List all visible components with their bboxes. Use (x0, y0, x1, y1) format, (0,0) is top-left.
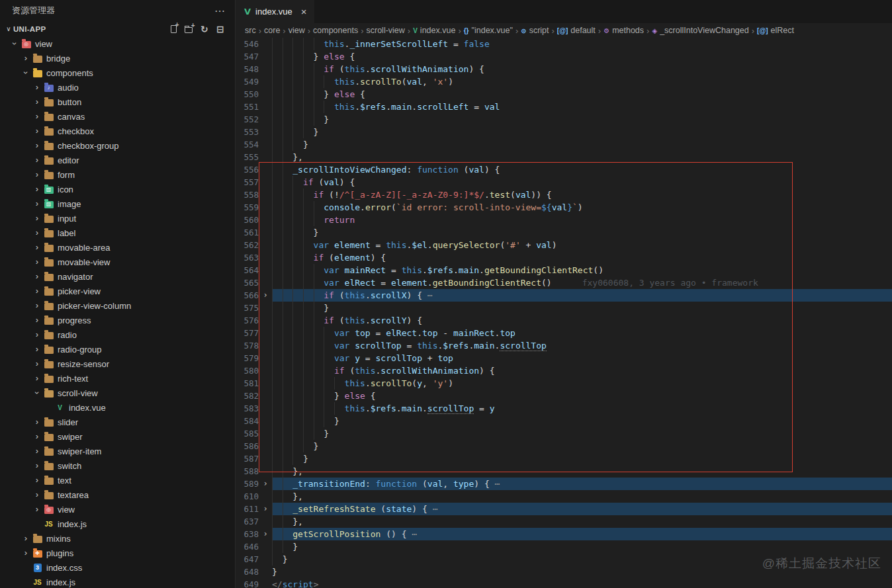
line-number[interactable]: 548 (236, 63, 259, 75)
tree-item[interactable]: ›▨image (0, 196, 235, 211)
code-line-text[interactable]: }, (272, 515, 892, 528)
chevron-right-icon[interactable]: › (32, 111, 42, 122)
line-number[interactable]: 560 (236, 214, 259, 226)
code-line[interactable]: 584} (236, 415, 892, 427)
tree-item[interactable]: ›textarea (0, 487, 235, 502)
breadcrumb-item[interactable]: core (264, 26, 280, 35)
tree-item[interactable]: ›slider (0, 415, 235, 429)
line-number[interactable]: 586 (236, 440, 259, 452)
code-line-text[interactable]: if (this.scrollY) { (272, 314, 892, 327)
code-line[interactable]: 559console.error(`id error: scroll-into-… (236, 201, 892, 214)
line-number[interactable]: 581 (236, 377, 259, 390)
code-line-text[interactable]: var scrollTop = this.$refs.main.scrollTo… (272, 339, 892, 352)
code-line-text[interactable]: if (element) { (272, 251, 892, 264)
code-line-text[interactable]: } (272, 540, 892, 553)
line-number[interactable]: 637 (236, 515, 259, 528)
tree-item[interactable]: ›resize-sensor (0, 357, 235, 371)
code-line-text[interactable]: } (272, 440, 892, 452)
breadcrumb-item[interactable]: scroll-view (367, 26, 405, 35)
code-line[interactable]: 556_scrollIntoViewChanged: function (val… (236, 163, 892, 176)
line-number[interactable]: 647 (236, 553, 259, 566)
code-line-text[interactable]: if (val) { (272, 176, 892, 189)
chevron-down-icon[interactable]: ∨ (4, 25, 13, 32)
fold-chevron-icon[interactable]: › (259, 503, 272, 515)
chevron-down-icon[interactable]: › (32, 388, 42, 398)
tree-item[interactable]: ›progress (0, 313, 235, 327)
code-line-text[interactable]: _transitionEnd: function (val, type) { ⋯ (272, 478, 892, 490)
chevron-right-icon[interactable]: › (21, 533, 31, 544)
code-line[interactable]: 557if (val) { (236, 176, 892, 189)
code-line-text[interactable]: } else { (272, 88, 892, 101)
code-line-text[interactable]: } (272, 427, 892, 440)
code-line[interactable]: 564var mainRect = this.$refs.main.getBou… (236, 264, 892, 276)
tree-item[interactable]: 3index.css (0, 560, 235, 575)
line-number[interactable]: 565 (236, 276, 259, 289)
code-line-text[interactable]: getScrollPosition () { ⋯ (272, 528, 892, 540)
code-line[interactable]: 558if (!/^[_a-zA-Z][-_a-zA-Z0-9:]*$/.tes… (236, 189, 892, 201)
code-line-text[interactable]: } (272, 113, 892, 126)
chevron-right-icon[interactable]: › (32, 329, 42, 340)
tree-item[interactable]: JSindex.js (0, 575, 235, 588)
chevron-down-icon[interactable]: › (9, 38, 20, 49)
code-area[interactable]: 546this._innerSetScrollLeft = false547} … (236, 38, 892, 588)
code-line[interactable]: 553} (236, 126, 892, 138)
code-line-text[interactable]: } (272, 452, 892, 465)
code-line-text[interactable]: if (!/^[_a-zA-Z][-_a-zA-Z0-9:]*$/.test(v… (272, 189, 892, 201)
chevron-right-icon[interactable]: › (32, 82, 42, 93)
line-number[interactable]: 638 (236, 528, 259, 540)
chevron-right-icon[interactable]: › (32, 358, 42, 369)
line-number[interactable]: 580 (236, 364, 259, 377)
line-number[interactable]: 578 (236, 339, 259, 352)
code-line[interactable]: 583this.$refs.main.scrollTop = y (236, 402, 892, 415)
line-number[interactable]: 563 (236, 251, 259, 264)
line-number[interactable]: 553 (236, 126, 259, 138)
code-line-text[interactable]: _scrollIntoViewChanged: function (val) { (272, 163, 892, 176)
refresh-icon[interactable]: ↻ (201, 24, 208, 34)
code-line-text[interactable]: if (this.scrollWithAnimation) { (272, 63, 892, 75)
tree-item[interactable]: ›label (0, 226, 235, 240)
code-line[interactable]: 565var elRect = element.getBoundingClien… (236, 276, 892, 289)
code-line[interactable]: 646} (236, 540, 892, 553)
tree-item[interactable]: ›checkbox (0, 124, 235, 138)
chevron-right-icon[interactable]: › (32, 242, 42, 253)
chevron-right-icon[interactable]: › (32, 431, 42, 442)
code-line[interactable]: 578var scrollTop = this.$refs.main.scrol… (236, 339, 892, 352)
line-number[interactable]: 549 (236, 75, 259, 88)
breadcrumb-item[interactable]: components (313, 26, 358, 35)
tab-index-vue[interactable]: V index.vue × (236, 0, 314, 23)
tree-item[interactable]: ›◎view (0, 36, 235, 51)
line-number[interactable]: 554 (236, 138, 259, 151)
chevron-right-icon[interactable]: › (32, 373, 42, 384)
breadcrumb-item[interactable]: Vindex.vue (413, 26, 455, 35)
tree-item[interactable]: ›movable-area (0, 240, 235, 255)
line-number[interactable]: 649 (236, 578, 259, 588)
tree-item[interactable]: ›editor (0, 153, 235, 167)
line-number[interactable]: 562 (236, 239, 259, 251)
code-line[interactable]: 549this.scrollTo(val, 'x') (236, 75, 892, 88)
line-number[interactable]: 551 (236, 101, 259, 113)
chevron-right-icon[interactable]: › (32, 169, 42, 180)
code-line-text[interactable]: }, (272, 465, 892, 478)
code-line[interactable]: 551this.$refs.main.scrollLeft = val (236, 101, 892, 113)
chevron-right-icon[interactable]: › (32, 140, 42, 151)
code-line-text[interactable]: var element = this.$el.querySelector('#'… (272, 239, 892, 251)
code-line-text[interactable]: } (272, 302, 892, 314)
tree-item[interactable]: ›♪audio (0, 80, 235, 95)
line-number[interactable]: 552 (236, 113, 259, 126)
tree-item[interactable]: ›bridge (0, 51, 235, 65)
tree-item[interactable]: ›navigator (0, 269, 235, 284)
code-line-text[interactable]: this.scrollTo(y, 'y') (272, 377, 892, 390)
code-line-text[interactable]: var elRect = element.getBoundingClientRe… (272, 276, 892, 289)
breadcrumb-item[interactable]: {}"index.vue" (464, 26, 513, 35)
chevron-right-icon[interactable]: › (32, 155, 42, 165)
code-line-text[interactable]: } (272, 126, 892, 138)
code-line[interactable]: 579var y = scrollTop + top (236, 352, 892, 364)
tree-item[interactable]: ›scroll-view (0, 386, 235, 400)
chevron-right-icon[interactable]: › (32, 228, 42, 238)
breadcrumb-item[interactable]: ⚙methods (603, 26, 644, 35)
line-number[interactable]: 587 (236, 452, 259, 465)
line-number[interactable]: 588 (236, 465, 259, 478)
code-line[interactable]: 580if (this.scrollWithAnimation) { (236, 364, 892, 377)
chevron-right-icon[interactable]: › (32, 489, 42, 500)
tree-item[interactable]: ›canvas (0, 109, 235, 124)
